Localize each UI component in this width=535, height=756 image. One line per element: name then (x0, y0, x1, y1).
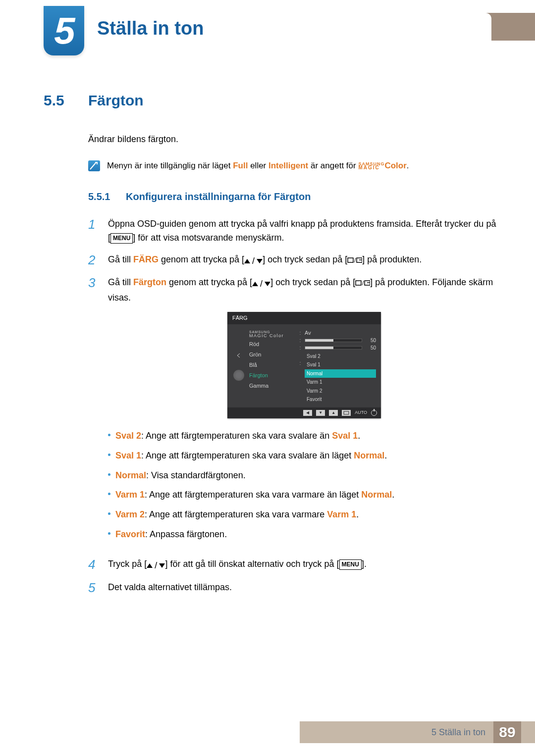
chapter-title: Ställa in ton (97, 18, 204, 39)
osd-title: FÄRG (227, 312, 381, 324)
svg-rect-3 (356, 281, 361, 285)
subsection-number: 5.5.1 (88, 189, 117, 204)
step-1-text: Öppna OSD-guiden genom att trycka på val… (108, 217, 500, 245)
left-icon: ◀ (303, 410, 312, 416)
step-number: 2 (88, 253, 98, 268)
auto-label: AUTO (355, 409, 367, 416)
section-header: 5.5 Färgton (44, 92, 500, 109)
content-area: 5.5 Färgton Ändrar bildens färgton. Meny… (44, 92, 500, 603)
svg-rect-0 (348, 258, 353, 262)
note-icon (88, 160, 100, 171)
section-number: 5.5 (44, 92, 74, 109)
osd-options: Sval 2 Sval 1 Normal Varm 1 Varm 2 Favor… (305, 352, 376, 404)
footer-chapter: 5 Ställa in ton (431, 727, 485, 738)
page-footer: 5 Ställa in ton 89 (0, 721, 535, 743)
page-number: 89 (493, 721, 521, 743)
osd-panel: FÄRG SAMSUNGMAGIC Color Röd (227, 312, 381, 418)
power-icon (371, 410, 377, 416)
osd-values: :Av :50 :50 : Sval 2 Sval 1 Normal Va (299, 329, 376, 404)
subsection-title: Konfigurera inställningarna för Färgton (126, 189, 311, 204)
menu-key-icon: MENU (110, 233, 133, 244)
menu-key-icon: MENU (339, 559, 362, 570)
chevron-left-icon (236, 353, 241, 358)
up-icon: ▲ (329, 410, 338, 416)
samsung-magic-logo: SAMSUNGMAGIC (358, 162, 384, 170)
osd-footer: ◀ ▼ ▲ AUTO (227, 407, 381, 418)
chapter-tab: 5 (44, 6, 84, 55)
osd-labels: SAMSUNGMAGIC Color Röd Grön Blå Färgton … (249, 329, 295, 404)
up-down-icon: / (147, 559, 165, 573)
svg-text:/: / (362, 280, 364, 287)
enter-icon (342, 410, 351, 416)
step-number: 4 (88, 557, 98, 572)
source-enter-icon: / (347, 254, 362, 264)
step-2-text: Gå till FÄRG genom att trycka på [/] och… (108, 253, 500, 268)
step-5-text: Det valda alternativet tillämpas. (108, 581, 500, 595)
chapter-number: 5 (44, 6, 84, 55)
note-row: Menyn är inte tillgänglig när läget Full… (88, 159, 500, 172)
subsection-header: 5.5.1 Konfigurera inställningarna för Fä… (88, 189, 500, 204)
down-icon: ▼ (316, 410, 325, 416)
source-enter-icon: / (355, 277, 370, 287)
option-descriptions: Sval 2: Ange att färgtemperaturen ska va… (108, 429, 500, 542)
step-number: 1 (88, 217, 98, 245)
up-down-icon: / (252, 277, 270, 291)
step-number: 5 (88, 581, 98, 595)
steps-list: 1 Öppna OSD-guiden genom att trycka på v… (88, 217, 500, 595)
up-down-icon: / (244, 254, 263, 268)
svg-text:/: / (354, 257, 356, 264)
step-4-text: Tryck på [/] för att gå till önskat alte… (108, 557, 500, 572)
step-number: 3 (88, 276, 98, 550)
svg-rect-6 (344, 411, 349, 414)
note-text: Menyn är inte tillgänglig när läget Full… (107, 159, 409, 172)
step-3-text: Gå till Färgton genom att trycka på [/] … (108, 276, 500, 550)
section-title: Färgton (88, 92, 144, 109)
intro-text: Ändrar bildens färgton. (88, 133, 500, 147)
palette-icon (233, 370, 244, 381)
